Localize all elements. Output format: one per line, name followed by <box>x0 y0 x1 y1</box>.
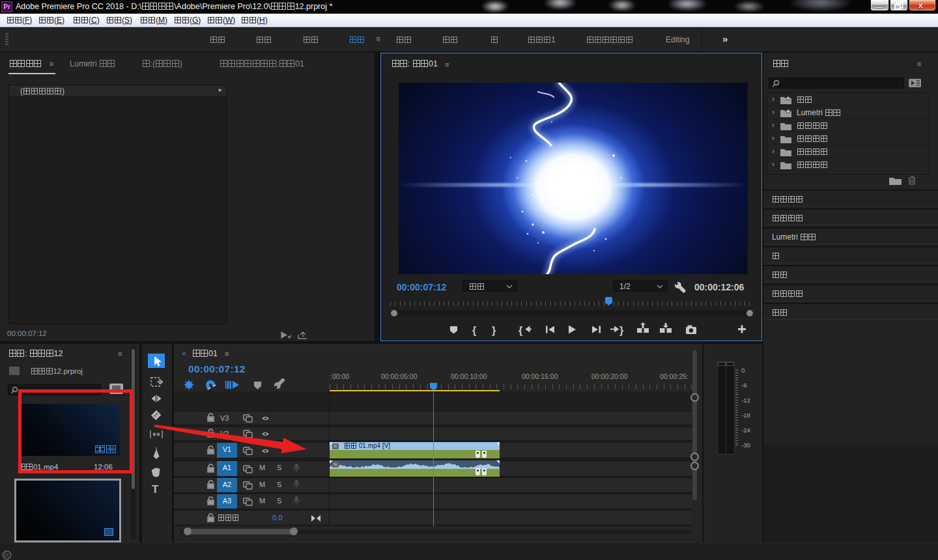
svg-text:T: T <box>152 483 159 496</box>
svg-text:}: } <box>492 325 496 336</box>
svg-text:{: { <box>472 325 476 336</box>
svg-text:{: { <box>519 325 522 336</box>
svg-text:}: } <box>619 325 623 336</box>
